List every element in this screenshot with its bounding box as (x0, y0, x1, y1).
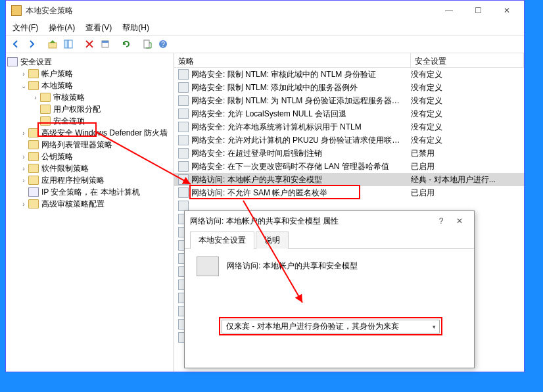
dialog-help-button[interactable]: ? (432, 216, 450, 226)
policy-row[interactable]: 网络安全: 限制 NTLM: 审核此域中的 NTLM 身份验证没有定义 (174, 68, 524, 81)
forward-button[interactable] (24, 37, 39, 51)
back-button[interactable] (9, 37, 23, 51)
tree-item[interactable]: 网络列表管理器策略 (6, 139, 174, 151)
tree-root[interactable]: 安全设置 (6, 56, 174, 68)
expand-icon[interactable]: › (19, 165, 28, 172)
svg-text:?: ? (161, 41, 165, 48)
menu-file[interactable]: 文件(F) (9, 21, 42, 35)
tab-local-security[interactable]: 本地安全设置 (190, 232, 254, 249)
show-hide-tree-button[interactable] (61, 37, 76, 51)
folder-icon (28, 199, 39, 208)
folder-icon (40, 116, 51, 126)
tree-item[interactable]: ›应用程序控制策略 (6, 174, 174, 186)
menu-help[interactable]: 帮助(H) (118, 21, 153, 35)
policy-name: 网络安全: 限制 NTLM: 为 NTLM 身份验证添加远程服务器… (191, 95, 411, 107)
tree-item[interactable]: ›帐户策略 (6, 68, 174, 80)
policy-name: 网络安全: 允许 LocalSystem NULL 会话回退 (191, 109, 411, 120)
tree-item-label: 安全选项 (53, 116, 85, 127)
policy-item-icon (178, 174, 189, 185)
expand-icon[interactable]: › (19, 130, 28, 137)
policy-setting: 已启用 (411, 161, 524, 172)
folder-icon (28, 176, 39, 185)
up-button[interactable] (45, 37, 60, 51)
tree-item[interactable]: 安全选项 (6, 115, 174, 127)
menu-action[interactable]: 操作(A) (45, 21, 79, 35)
app-icon (11, 5, 22, 16)
policy-name: 网络安全: 在下一次更改密码时不存储 LAN 管理器哈希值 (191, 161, 411, 172)
dialog-tabs: 本地安全设置 说明 (185, 231, 474, 249)
maximize-button[interactable]: ☐ (463, 1, 492, 20)
dialog-close-button[interactable]: ✕ (450, 216, 469, 226)
collapse-icon[interactable]: ⌄ (19, 82, 28, 89)
policy-row[interactable]: 网络安全: 在超过登录时间后强制注销已禁用 (174, 147, 524, 160)
combo-value: 仅来宾 - 对本地用户进行身份验证，其身份为来宾 (222, 321, 429, 332)
policy-row[interactable]: 网络安全: 允许本地系统将计算机标识用于 NTLM没有定义 (174, 120, 524, 134)
tree-item[interactable]: ›高级审核策略配置 (6, 198, 174, 210)
list-body[interactable]: 网络安全: 限制 NTLM: 审核此域中的 NTLM 身份验证没有定义网络安全:… (174, 68, 524, 199)
tree-root-label: 安全设置 (20, 57, 52, 68)
policy-setting: 经典 - 对本地用户进行... (411, 174, 524, 185)
svg-rect-1 (64, 40, 68, 48)
policy-name: 网络安全: 允许对此计算机的 PKU2U 身份验证请求使用联… (191, 135, 411, 146)
expand-icon[interactable]: › (19, 153, 28, 160)
window-title: 本地安全策略 (26, 5, 435, 16)
tree-item-label: 审核策略 (53, 92, 85, 103)
policy-item-icon (178, 187, 189, 198)
expand-icon[interactable]: › (19, 177, 28, 184)
policy-name: 网络安全: 限制 NTLM: 添加此域中的服务器例外 (191, 82, 411, 93)
ip-policy-icon (28, 187, 39, 197)
expand-icon[interactable]: › (19, 201, 28, 208)
close-button[interactable]: ✕ (492, 1, 521, 20)
tree-item-label: 应用程序控制策略 (41, 175, 105, 186)
titlebar[interactable]: 本地安全策略 — ☐ ✕ (6, 1, 524, 20)
expand-icon[interactable]: › (31, 94, 40, 101)
refresh-button[interactable] (119, 37, 133, 51)
col-header-setting[interactable]: 安全设置 (411, 53, 524, 67)
policy-item-icon (178, 95, 189, 106)
tree-item[interactable]: 用户权限分配 (6, 103, 174, 115)
tree-item-label: 用户权限分配 (53, 104, 101, 115)
chevron-down-icon: ▾ (429, 324, 439, 330)
tree-item[interactable]: ⌄本地策略 (6, 80, 174, 91)
policy-row[interactable]: 网络访问: 本地帐户的共享和安全模型经典 - 对本地用户进行... (174, 173, 524, 186)
help-button[interactable]: ? (156, 37, 170, 51)
tree-item-label: 软件限制策略 (41, 163, 89, 174)
dialog-titlebar[interactable]: 网络访问: 本地帐户的共享和安全模型 属性 ? ✕ (185, 211, 474, 231)
minimize-button[interactable]: — (435, 1, 463, 20)
policy-row[interactable]: 网络安全: 限制 NTLM: 添加此域中的服务器例外没有定义 (174, 81, 524, 94)
policy-name: 网络访问: 本地帐户的共享和安全模型 (191, 174, 411, 185)
tree-pane[interactable]: 安全设置 ›帐户策略⌄本地策略›审核策略用户权限分配安全选项›高级安全 Wind… (6, 53, 174, 372)
tree-item[interactable]: ›审核策略 (6, 91, 174, 103)
tree-item-label: 帐户策略 (41, 68, 73, 80)
policy-item-icon (178, 82, 189, 93)
policy-item-icon (178, 201, 189, 211)
policy-item-icon (178, 148, 189, 159)
properties-dialog: 网络访问: 本地帐户的共享和安全模型 属性 ? ✕ 本地安全设置 说明 网络访问… (184, 210, 475, 368)
tree-item[interactable]: ›高级安全 Windows Defender 防火墙 (6, 127, 174, 139)
delete-button[interactable] (82, 37, 97, 51)
tree-item-label: 高级安全 Windows Defender 防火墙 (41, 128, 168, 139)
policy-row[interactable]: 网络安全: 限制 NTLM: 为 NTLM 身份验证添加远程服务器…没有定义 (174, 94, 524, 107)
tab-explain[interactable]: 说明 (256, 232, 289, 249)
svg-rect-0 (49, 43, 57, 48)
tree-item-label: 本地策略 (41, 80, 73, 91)
tree-item-label: 公钥策略 (41, 151, 73, 162)
policy-name: 网络安全: 限制 NTLM: 审核此域中的 NTLM 身份验证 (191, 69, 411, 80)
tree-item[interactable]: IP 安全策略，在 本地计算机 (6, 186, 174, 198)
tree-item[interactable]: ›公钥策略 (6, 151, 174, 162)
folder-icon (28, 81, 39, 90)
export-button[interactable] (140, 37, 154, 51)
expand-icon[interactable]: › (19, 70, 28, 78)
menu-view[interactable]: 查看(V) (82, 21, 116, 35)
policy-row[interactable]: 网络安全: 允许对此计算机的 PKU2U 身份验证请求使用联…没有定义 (174, 134, 524, 147)
tree-item[interactable]: ›软件限制策略 (6, 162, 174, 174)
folder-icon (28, 164, 39, 173)
security-model-combo[interactable]: 仅来宾 - 对本地用户进行身份验证，其身份为来宾 ▾ (222, 320, 440, 333)
server-icon (197, 257, 219, 276)
svg-rect-5 (144, 40, 149, 48)
policy-row[interactable]: 网络安全: 允许 LocalSystem NULL 会话回退没有定义 (174, 107, 524, 120)
policy-row[interactable]: 网络安全: 在下一次更改密码时不存储 LAN 管理器哈希值已启用 (174, 160, 524, 173)
properties-button[interactable] (98, 37, 112, 51)
col-header-policy[interactable]: 策略 (174, 53, 411, 67)
policy-row[interactable]: 网络访问: 不允许 SAM 帐户的匿名枚举已启用 (174, 186, 524, 199)
